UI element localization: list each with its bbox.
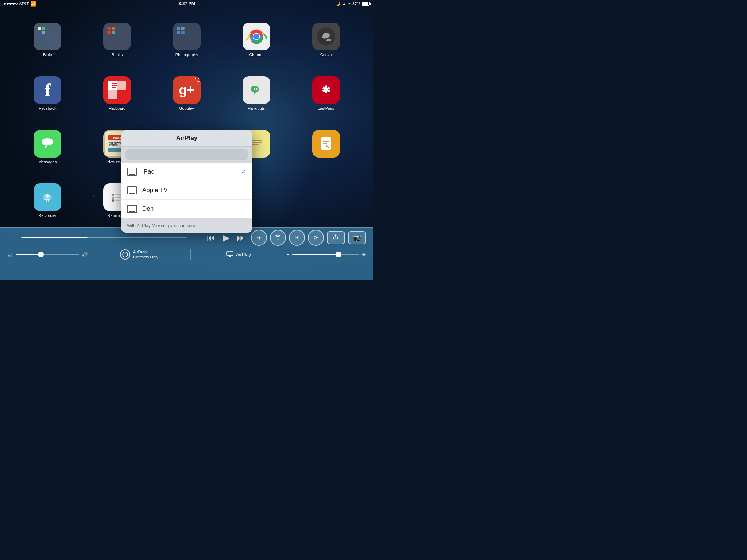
airplay-icon bbox=[226, 250, 234, 259]
app-facebook[interactable]: f Facebook bbox=[15, 68, 81, 118]
bluetooth-icon: ✶ bbox=[348, 1, 351, 6]
volume-low-icon: 🔈 bbox=[7, 252, 13, 257]
svg-rect-10 bbox=[112, 83, 117, 84]
svg-rect-8 bbox=[108, 90, 117, 99]
wifi-icon: 📶 bbox=[30, 1, 36, 7]
device-icon-den bbox=[127, 205, 137, 213]
app-icon-googleplus: g+ 1 bbox=[173, 76, 201, 104]
airplane-mode-button[interactable]: ✈ bbox=[251, 230, 267, 246]
status-time: 3:27 PM bbox=[178, 1, 195, 6]
status-left: AT&T 📶 bbox=[4, 1, 36, 7]
volume-slider[interactable] bbox=[16, 254, 79, 255]
brightness-slider[interactable] bbox=[292, 254, 359, 255]
fast-forward-button[interactable]: ⏭ bbox=[237, 233, 245, 243]
hangouts-logo bbox=[247, 81, 266, 99]
wifi-button[interactable] bbox=[270, 230, 286, 246]
app-icon-hangouts bbox=[243, 76, 270, 104]
app-pages[interactable]: Pages bbox=[293, 122, 359, 172]
media-controls: ⏮ ▶ ⏭ bbox=[207, 231, 245, 244]
app-label-chrome: Chrome bbox=[249, 52, 263, 57]
app-hangouts[interactable]: Hangouts bbox=[223, 68, 289, 118]
svg-rect-11 bbox=[112, 85, 117, 86]
airplay-device-den[interactable]: Den bbox=[121, 200, 252, 218]
flipboard-logo bbox=[108, 81, 126, 99]
dot-5 bbox=[15, 3, 18, 5]
app-icon-facebook: f bbox=[34, 76, 61, 104]
airdrop-section[interactable]: AirDrop: Contacts Only bbox=[88, 249, 191, 260]
airplay-svg-icon bbox=[226, 250, 234, 257]
airdrop-icon bbox=[120, 249, 130, 260]
app-reclouder[interactable]: Reclouder bbox=[15, 175, 81, 225]
dot-2 bbox=[7, 3, 9, 5]
cc-icon-buttons: ✈ ✶ ⟳ ⏱ 📷 bbox=[251, 230, 366, 246]
app-icon-convo bbox=[312, 23, 340, 50]
app-chrome[interactable]: Chrome bbox=[223, 15, 289, 65]
pages-logo bbox=[317, 135, 335, 153]
modal-search-bar bbox=[125, 149, 248, 160]
svg-point-38 bbox=[112, 199, 114, 202]
svg-rect-39 bbox=[115, 200, 120, 201]
signal-dots bbox=[4, 3, 18, 5]
messages-logo bbox=[38, 135, 57, 153]
app-label-bible: Bible bbox=[43, 52, 52, 57]
app-convo[interactable]: Convo bbox=[293, 15, 359, 65]
app-icon-lastpass: ✱ bbox=[312, 76, 340, 104]
svg-rect-9 bbox=[117, 81, 126, 90]
rewind-button[interactable]: ⏮ bbox=[207, 233, 216, 243]
app-bible[interactable]: Bible bbox=[15, 15, 81, 65]
svg-point-36 bbox=[112, 197, 114, 199]
app-icon-books bbox=[103, 23, 131, 50]
brightness-thumb[interactable] bbox=[336, 252, 341, 257]
app-messages[interactable]: Messages bbox=[15, 122, 81, 172]
airplay-section[interactable]: AirPlay bbox=[191, 250, 286, 259]
rotation-lock-button[interactable]: ⟳ bbox=[308, 230, 324, 246]
airplay-device-appletv[interactable]: Apple TV bbox=[121, 181, 252, 200]
status-bar: AT&T 📶 3:27 PM 🌙 ▲ ✶ 87% bbox=[0, 0, 374, 7]
svg-rect-19 bbox=[251, 142, 262, 143]
bluetooth-button[interactable]: ✶ bbox=[289, 230, 305, 246]
airplay-device-ipad[interactable]: iPad ✓ bbox=[121, 163, 252, 181]
svg-rect-30 bbox=[44, 199, 50, 200]
app-label-books: Books bbox=[112, 52, 123, 57]
svg-rect-12 bbox=[112, 87, 116, 88]
status-right: 🌙 ▲ ✶ 87% bbox=[336, 1, 370, 6]
svg-point-5 bbox=[253, 34, 259, 39]
airdrop-svg-icon bbox=[122, 252, 128, 257]
device-check-ipad: ✓ bbox=[241, 168, 247, 176]
modal-footer: With AirPlay Mirroring you can send bbox=[121, 218, 252, 233]
progress-end: --:-- bbox=[190, 236, 201, 240]
play-button[interactable]: ▶ bbox=[223, 233, 229, 243]
svg-point-15 bbox=[256, 88, 258, 90]
app-books[interactable]: Books bbox=[84, 15, 150, 65]
app-label-googleplus: Google+ bbox=[179, 106, 194, 110]
volume-thumb[interactable] bbox=[38, 252, 44, 257]
app-lastpass[interactable]: ✱ LastPass bbox=[293, 68, 359, 118]
device-icon-ipad bbox=[127, 168, 137, 176]
progress-fill bbox=[21, 237, 88, 238]
svg-point-32 bbox=[46, 194, 49, 197]
moon-icon: 🌙 bbox=[336, 1, 341, 6]
app-googleplus[interactable]: g+ 1 Google+ bbox=[154, 68, 220, 118]
progress-bar[interactable] bbox=[21, 237, 187, 238]
svg-rect-23 bbox=[323, 140, 329, 140]
app-label-lastpass: LastPass bbox=[318, 106, 334, 110]
googleplus-badge: 1 bbox=[195, 76, 201, 82]
app-flipboard[interactable]: Flipboard bbox=[84, 68, 150, 118]
app-label-photography: Photography bbox=[175, 52, 198, 57]
svg-point-14 bbox=[254, 88, 255, 90]
svg-rect-25 bbox=[323, 143, 327, 144]
volume-high-icon: 🔊 bbox=[81, 252, 88, 257]
app-photography[interactable]: Photography bbox=[154, 15, 220, 65]
chrome-logo bbox=[245, 26, 267, 47]
camera-button[interactable]: 📷 bbox=[348, 231, 366, 244]
cc-bottom: 🔈 🔊 AirDrop: Contacts Only bbox=[0, 247, 374, 262]
modal-title: AirPlay bbox=[121, 130, 252, 147]
timer-button[interactable]: ⏱ bbox=[327, 231, 345, 244]
brightness-section: ☀ ☀ bbox=[286, 251, 366, 258]
app-icon-flipboard bbox=[103, 76, 131, 104]
app-icon-messages bbox=[34, 130, 61, 158]
app-icon-reclouder bbox=[34, 183, 61, 211]
volume-fill bbox=[16, 254, 38, 255]
device-label-den: Den bbox=[142, 205, 247, 213]
app-label-messages: Messages bbox=[38, 160, 57, 164]
